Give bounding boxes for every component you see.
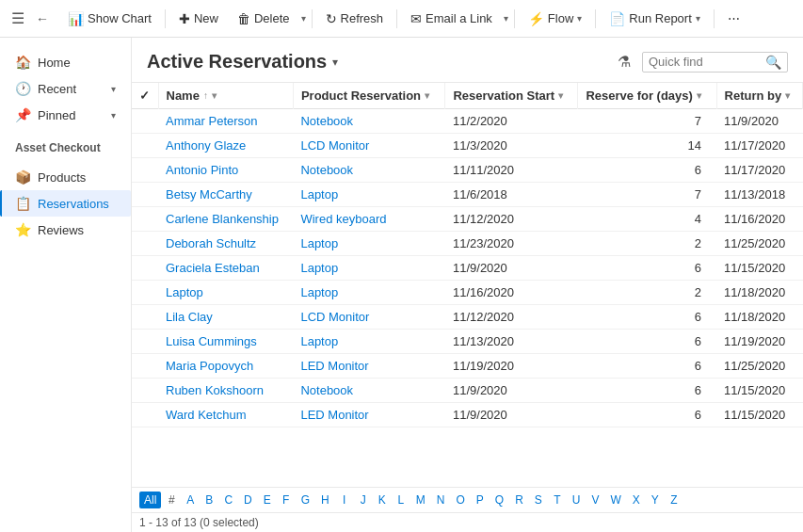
- row-checkbox-1[interactable]: [132, 134, 158, 158]
- col-product[interactable]: Product Reservation ▾: [293, 83, 445, 109]
- row-product-6[interactable]: Laptop: [293, 256, 445, 281]
- alpha-btn-h[interactable]: H: [316, 492, 334, 508]
- alpha-btn-s[interactable]: S: [530, 492, 547, 508]
- hamburger-icon[interactable]: ☰: [8, 6, 28, 31]
- new-button[interactable]: ✚ New: [171, 8, 226, 30]
- alpha-btn-o[interactable]: O: [451, 492, 469, 508]
- alpha-btn-z[interactable]: Z: [666, 492, 683, 508]
- row-product-11[interactable]: Notebook: [293, 379, 445, 403]
- run-report-button[interactable]: 📄 Run Report ▾: [602, 8, 707, 30]
- row-name-6[interactable]: Graciela Esteban: [158, 256, 293, 281]
- row-product-12[interactable]: LED Monitor: [293, 403, 445, 427]
- row-checkbox-4[interactable]: [132, 207, 158, 232]
- sidebar-item-reviews[interactable]: ⭐ Reviews: [0, 217, 131, 243]
- days-col-dropdown-icon[interactable]: ▾: [697, 90, 701, 101]
- refresh-button[interactable]: ↻ Refresh: [318, 8, 392, 30]
- row-name-11[interactable]: Ruben Kokshoorn: [158, 379, 293, 403]
- show-chart-button[interactable]: 📊 Show Chart: [60, 8, 159, 30]
- row-name-4[interactable]: Carlene Blankenship: [158, 207, 293, 232]
- row-checkbox-8[interactable]: [132, 305, 158, 330]
- row-name-8[interactable]: Lila Clay: [158, 305, 293, 330]
- sidebar-item-home[interactable]: 🏠 Home: [0, 49, 131, 75]
- row-checkbox-11[interactable]: [132, 379, 158, 403]
- row-product-5[interactable]: Laptop: [293, 232, 445, 256]
- more-button[interactable]: ⋯: [720, 8, 747, 29]
- alpha-btn-g[interactable]: G: [297, 492, 314, 508]
- sidebar-item-reservations[interactable]: 📋 Reservations: [0, 190, 131, 217]
- delete-dropdown-icon[interactable]: ▾: [301, 13, 306, 24]
- alpha-btn-j[interactable]: J: [355, 492, 372, 508]
- select-all-checkbox[interactable]: ✓: [139, 89, 150, 103]
- row-name-2[interactable]: Antonio Pinto: [158, 158, 293, 183]
- row-name-5[interactable]: Deborah Schultz: [158, 232, 293, 256]
- alpha-btn-a[interactable]: A: [182, 492, 199, 508]
- row-checkbox-7[interactable]: [132, 281, 158, 305]
- search-icon[interactable]: 🔍: [765, 55, 781, 70]
- alpha-btn-#[interactable]: #: [163, 492, 180, 508]
- row-name-10[interactable]: Maria Popovych: [158, 354, 293, 379]
- row-checkbox-6[interactable]: [132, 256, 158, 281]
- row-product-3[interactable]: Laptop: [293, 183, 445, 207]
- name-col-dropdown-icon[interactable]: ▾: [212, 90, 217, 101]
- row-checkbox-12[interactable]: [132, 403, 158, 427]
- row-name-3[interactable]: Betsy McCarthy: [158, 183, 293, 207]
- flow-button[interactable]: ⚡ Flow ▾: [521, 8, 589, 30]
- sidebar-item-pinned[interactable]: 📌 Pinned ▾: [0, 102, 131, 128]
- email-link-button[interactable]: ✉ Email a Link: [403, 8, 500, 30]
- alpha-btn-l[interactable]: L: [393, 492, 410, 508]
- row-product-7[interactable]: Laptop: [293, 281, 445, 305]
- delete-button[interactable]: 🗑 Delete: [230, 8, 297, 30]
- col-name[interactable]: Name ↑ ▾: [158, 83, 293, 109]
- row-name-1[interactable]: Anthony Glaze: [158, 134, 293, 158]
- alpha-btn-d[interactable]: D: [239, 492, 257, 508]
- search-input[interactable]: [649, 55, 762, 69]
- row-product-2[interactable]: Notebook: [293, 158, 445, 183]
- email-dropdown-icon[interactable]: ▾: [504, 13, 508, 24]
- col-return[interactable]: Return by ▾: [716, 83, 802, 109]
- alpha-btn-u[interactable]: U: [568, 492, 586, 508]
- alpha-btn-y[interactable]: Y: [647, 492, 664, 508]
- back-button[interactable]: ←: [32, 8, 53, 30]
- alpha-btn-n[interactable]: N: [432, 492, 450, 508]
- row-name-9[interactable]: Luisa Cummings: [158, 330, 293, 354]
- row-checkbox-3[interactable]: [132, 183, 158, 207]
- row-product-9[interactable]: Laptop: [293, 330, 445, 354]
- select-all-column[interactable]: ✓: [132, 83, 158, 109]
- row-checkbox-9[interactable]: [132, 330, 158, 354]
- row-checkbox-2[interactable]: [132, 158, 158, 183]
- start-col-dropdown-icon[interactable]: ▾: [558, 90, 563, 101]
- return-col-dropdown-icon[interactable]: ▾: [785, 90, 790, 101]
- row-product-1[interactable]: LCD Monitor: [293, 134, 445, 158]
- alpha-btn-r[interactable]: R: [510, 492, 528, 508]
- row-product-10[interactable]: LED Monitor: [293, 354, 445, 379]
- row-checkbox-10[interactable]: [132, 354, 158, 379]
- alpha-btn-k[interactable]: K: [374, 492, 391, 508]
- alpha-btn-b[interactable]: B: [201, 492, 217, 508]
- alpha-btn-x[interactable]: X: [628, 492, 645, 508]
- row-product-8[interactable]: LCD Monitor: [293, 305, 445, 330]
- col-days[interactable]: Reserve for (days) ▾: [578, 83, 716, 109]
- product-col-dropdown-icon[interactable]: ▾: [425, 90, 429, 101]
- row-name-0[interactable]: Ammar Peterson: [158, 109, 293, 134]
- alpha-btn-v[interactable]: V: [587, 492, 604, 508]
- alpha-btn-all[interactable]: All: [139, 492, 161, 508]
- row-product-4[interactable]: Wired keyboard: [293, 207, 445, 232]
- col-start[interactable]: Reservation Start ▾: [445, 83, 578, 109]
- filter-icon[interactable]: ⚗: [614, 49, 634, 74]
- alpha-btn-c[interactable]: C: [219, 492, 237, 508]
- alpha-btn-f[interactable]: F: [278, 492, 295, 508]
- sidebar-item-recent[interactable]: 🕐 Recent ▾: [0, 75, 131, 102]
- row-product-0[interactable]: Notebook: [293, 109, 445, 134]
- row-checkbox-5[interactable]: [132, 232, 158, 256]
- sidebar-item-products[interactable]: 📦 Products: [0, 164, 131, 190]
- alpha-btn-w[interactable]: W: [606, 492, 626, 508]
- row-checkbox-0[interactable]: [132, 109, 158, 134]
- row-name-12[interactable]: Ward Ketchum: [158, 403, 293, 427]
- alpha-btn-p[interactable]: P: [472, 492, 489, 508]
- alpha-btn-m[interactable]: M: [411, 492, 430, 508]
- alpha-btn-i[interactable]: I: [336, 492, 353, 508]
- row-name-7[interactable]: Laptop: [158, 281, 293, 305]
- alpha-btn-e[interactable]: E: [259, 492, 276, 508]
- alpha-btn-t[interactable]: T: [549, 492, 566, 508]
- alpha-btn-q[interactable]: Q: [490, 492, 508, 508]
